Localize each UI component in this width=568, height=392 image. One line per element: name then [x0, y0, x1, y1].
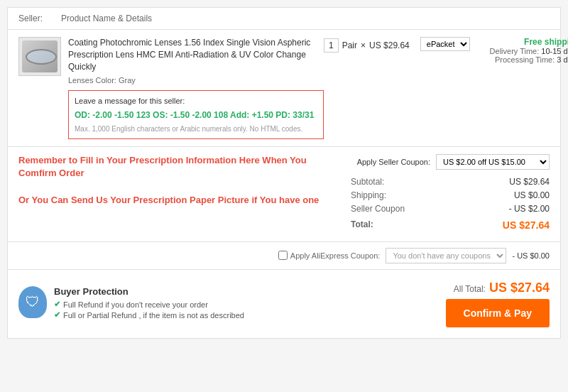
order-container: Seller: Product Name & Details Coating P…	[7, 7, 561, 339]
aliexpress-coupon-checkbox[interactable]	[278, 251, 288, 260]
header-row: Seller: Product Name & Details	[8, 8, 560, 30]
aliexpress-coupon-text: Apply AliExpress Coupon:	[290, 251, 381, 260]
color-label: Lenses Color:	[68, 76, 116, 85]
delivery-label: Delivery Time:	[490, 47, 540, 55]
middle-section: Remember to Fill in Your Prescription In…	[8, 147, 560, 242]
shipping-summary-label: Shipping:	[351, 190, 386, 200]
free-shipping: Free shipping	[481, 37, 568, 47]
subtotal-row: Subtotal: US $29.64	[351, 177, 550, 187]
seller-coupon-label: Apply Seller Coupon:	[357, 158, 430, 166]
processing-time: Processing Time: 3 days	[481, 55, 568, 64]
footer-section: 🛡 Buyer Protection ✔ Full Refund if you …	[8, 270, 560, 338]
seller-coupon-row: Apply Seller Coupon: US $2.00 off US $15…	[351, 154, 550, 170]
refund-item-1: ✔ Full Refund if you don't receive your …	[54, 300, 244, 309]
protection-details: Buyer Protection ✔ Full Refund if you do…	[54, 286, 244, 321]
all-total-label: All Total:	[454, 284, 486, 294]
delivery-value: 10-15 days	[541, 47, 568, 55]
shield-icon: 🛡	[18, 286, 47, 318]
all-total-amount: US $27.64	[489, 281, 550, 295]
check-icon-1: ✔	[54, 300, 60, 309]
coupon-summary-value: - US $2.00	[509, 204, 550, 214]
total-row: Total: US $27.64	[351, 219, 550, 231]
refund-text-2: Full or Partial Refund , if the item is …	[63, 311, 244, 320]
product-left: Coating Photochromic Lenses 1.56 Index S…	[18, 37, 324, 139]
product-color: Lenses Color: Gray	[68, 76, 324, 85]
product-price: US $29.64	[369, 40, 410, 50]
refund-text-1: Full Refund if you don't receive your or…	[63, 300, 208, 309]
color-value: Gray	[119, 76, 136, 85]
left-messages: Remember to Fill in Your Prescription In…	[18, 154, 337, 234]
message-label: Leave a message for this seller:	[75, 97, 317, 105]
total-section: All Total: US $27.64 Confirm & Pay	[446, 281, 550, 327]
buyer-protection: 🛡 Buyer Protection ✔ Full Refund if you …	[18, 286, 244, 321]
total-value: US $27.64	[503, 219, 550, 231]
aliexpress-coupon-select[interactable]: You don't have any coupons	[386, 248, 506, 263]
subtotal-value: US $29.64	[509, 177, 550, 187]
shipping-info: Free shipping Delivery Time: 10-15 days …	[481, 37, 568, 64]
remember-text: Remember to Fill in Your Prescription In…	[18, 154, 337, 180]
check-icon-2: ✔	[54, 310, 60, 320]
message-content[interactable]: OD: -2.00 -1.50 123 OS: -1.50 -2.00 108 …	[75, 109, 317, 122]
unit-label: Pair	[342, 40, 357, 50]
quantity-price-row: 1 Pair × US $29.64	[324, 37, 410, 53]
product-image-inner	[22, 40, 58, 72]
buyer-protection-title: Buyer Protection	[54, 286, 244, 297]
product-right: 1 Pair × US $29.64 ePacket Free shipping…	[324, 37, 568, 64]
product-section: Coating Photochromic Lenses 1.56 Index S…	[8, 30, 560, 147]
product-top-row: Coating Photochromic Lenses 1.56 Index S…	[18, 37, 550, 139]
all-total-row: All Total: US $27.64	[454, 281, 550, 295]
coupon-summary-label: Seller Coupon	[351, 204, 405, 214]
product-image	[18, 37, 61, 76]
shipping-method-selector[interactable]: ePacket	[420, 37, 470, 51]
confirm-pay-button[interactable]: Confirm & Pay	[446, 299, 550, 327]
processing-label: Processing Time:	[495, 55, 555, 64]
quantity-price: 1 Pair × US $29.64	[324, 38, 410, 53]
aliexpress-coupon-section: Apply AliExpress Coupon: You don't have …	[8, 242, 560, 270]
subtotal-label: Subtotal:	[351, 177, 384, 187]
product-label: Product Name & Details	[61, 13, 550, 23]
shipping-row: Shipping: US $0.00	[351, 190, 550, 200]
message-hint: Max. 1,000 English characters or Arabic …	[75, 125, 317, 133]
total-label: Total:	[351, 219, 373, 231]
aliexpress-coupon-label[interactable]: Apply AliExpress Coupon:	[278, 251, 381, 260]
product-details: Coating Photochromic Lenses 1.56 Index S…	[68, 37, 324, 139]
message-box-container: Leave a message for this seller: OD: -2.…	[68, 90, 324, 138]
seller-coupon-select[interactable]: US $2.00 off US $15.00	[436, 154, 550, 170]
or-text: Or You Can Send Us Your Prescription Pap…	[18, 194, 337, 207]
epacket-select[interactable]: ePacket	[420, 37, 470, 51]
aliexpress-coupon-discount: - US $0.00	[512, 251, 550, 260]
quantity-box[interactable]: 1	[324, 38, 339, 53]
product-name: Coating Photochromic Lenses 1.56 Index S…	[68, 37, 324, 72]
coupon-row-summary: Seller Coupon - US $2.00	[351, 204, 550, 214]
processing-value: 3 days	[557, 55, 568, 64]
right-summary: Apply Seller Coupon: US $2.00 off US $15…	[351, 154, 550, 234]
refund-item-2: ✔ Full or Partial Refund , if the item i…	[54, 310, 244, 320]
shipping-summary-value: US $0.00	[514, 190, 550, 200]
multiply-symbol: ×	[361, 40, 366, 50]
delivery-time: Delivery Time: 10-15 days	[481, 47, 568, 55]
seller-label: Seller:	[18, 13, 61, 23]
